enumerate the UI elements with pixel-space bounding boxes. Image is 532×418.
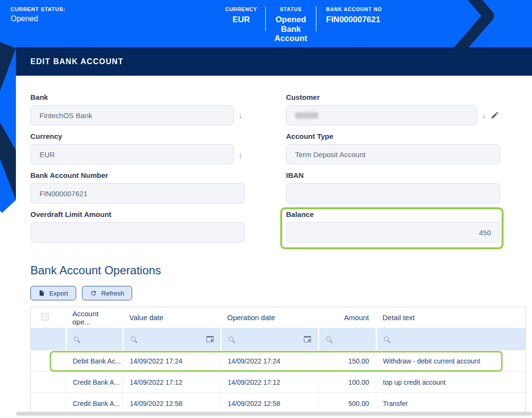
filter-amount[interactable] (318, 328, 376, 350)
refresh-icon (90, 290, 97, 297)
calendar-icon[interactable] (304, 336, 311, 342)
export-button-label: Export (49, 290, 68, 297)
account-type-input[interactable] (286, 144, 500, 164)
table-row[interactable]: Credit Bank A...14/09/2022 17:1214/09/20… (31, 371, 525, 392)
iban-input[interactable] (286, 183, 500, 203)
filter-operation-date[interactable] (220, 328, 318, 350)
pencil-icon[interactable] (491, 111, 499, 120)
top-header: CURRENT STATUS: Opened CURRENCY EUR STAT… (0, 0, 532, 47)
search-icon (326, 337, 331, 341)
horizontal-scrollbar[interactable] (16, 412, 532, 416)
select-all-checkbox[interactable] (41, 313, 49, 321)
main-content: Bank ↓ Customer ↓ (0, 76, 532, 414)
filter-detail-text[interactable] (376, 328, 525, 350)
col-detail-text: Detail text (376, 307, 525, 328)
col-operation-date: Operation date (220, 307, 318, 328)
cell-amount: 500.00 (318, 392, 376, 414)
cell-checkbox (31, 371, 66, 392)
operations-table: Account ope... Value date Operation date… (30, 307, 526, 414)
cell-amount: 150.00 (318, 350, 376, 371)
stat-currency: CURRENCY EUR (218, 6, 264, 25)
account-type-label: Account Type (286, 132, 500, 140)
current-status: CURRENT STATUS: Opened (11, 6, 65, 23)
overdraft-limit-amount-label: Overdraft Limit Amount (30, 210, 245, 218)
operations-toolbar: Export Refresh (30, 286, 532, 300)
filter-cell-checkbox (31, 328, 66, 350)
chevron-down-icon[interactable]: ↓ (482, 111, 486, 120)
iban-label: IBAN (286, 171, 500, 179)
table-row[interactable]: Debit Bank Ac...14/09/2022 17:2414/09/20… (31, 350, 525, 371)
col-value-date: Value date (123, 307, 220, 328)
cell-detail-text: top up credit account (376, 371, 525, 392)
customer-input[interactable] (286, 105, 477, 125)
table-filter-row (31, 328, 525, 350)
bank-account-number-label: Bank Account Number (30, 171, 245, 179)
cell-checkbox (31, 392, 66, 414)
export-button[interactable]: Export (30, 286, 76, 300)
filter-account-operation[interactable] (66, 328, 123, 350)
stat-divider (265, 6, 266, 31)
field-customer: Customer ↓ (286, 93, 500, 125)
balance-input[interactable] (286, 222, 500, 243)
document-icon (39, 290, 45, 297)
field-currency: Currency ↓ (30, 132, 245, 164)
stat-status-value: Opened Bank Account (267, 15, 315, 43)
cell-operation-date: 14/09/2022 17:12 (220, 371, 318, 392)
stat-status: STATUS Opened Bank Account (267, 6, 315, 43)
operations-section-title: Bank Account Operations (30, 264, 532, 277)
chevron-right-icon (434, 0, 532, 47)
search-icon (74, 337, 79, 341)
stat-divider (316, 6, 316, 31)
currency-label: Currency (30, 132, 245, 140)
table-header-row: Account ope... Value date Operation date… (31, 307, 525, 328)
cell-operation-date: 14/09/2022 12:58 (220, 392, 318, 414)
cell-account-operation: Debit Bank Ac... (66, 350, 123, 371)
calendar-icon[interactable] (206, 336, 214, 342)
cell-detail-text: Transfer (376, 392, 525, 414)
section-header-bar: EDIT BANK ACCOUNT (16, 47, 532, 76)
customer-redacted-value (295, 112, 318, 119)
bank-input[interactable] (30, 105, 234, 125)
field-account-type: Account Type (286, 132, 500, 164)
edit-bank-account-form: Bank ↓ Customer ↓ (30, 93, 532, 243)
col-account-operation: Account ope... (66, 307, 123, 328)
cell-value-date: 14/09/2022 17:12 (123, 371, 220, 392)
currency-input[interactable] (30, 144, 234, 164)
col-amount: Amount (318, 307, 376, 328)
refresh-button[interactable]: Refresh (82, 286, 132, 300)
cell-account-operation: Credit Bank A... (66, 392, 123, 414)
balance-label: Balance (286, 210, 500, 218)
cell-value-date: 14/09/2022 12:58 (123, 392, 220, 414)
operations-table-body: Debit Bank Ac...14/09/2022 17:2414/09/20… (31, 350, 525, 414)
cell-value-date: 14/09/2022 17:24 (123, 350, 220, 371)
current-status-label: CURRENT STATUS: (11, 6, 65, 12)
left-decoration (0, 39, 16, 213)
current-status-value: Opened (11, 14, 65, 23)
field-bank-account-number: Bank Account Number (30, 171, 245, 203)
stat-bank-account-no: BANK ACCOUNT NO FIN000007621 (317, 6, 382, 25)
bank-account-number-input[interactable] (30, 183, 245, 203)
overdraft-limit-amount-input[interactable] (30, 222, 245, 243)
table-row[interactable]: Credit Bank A...14/09/2022 12:5814/09/20… (31, 392, 525, 414)
customer-label: Customer (286, 93, 500, 101)
refresh-button-label: Refresh (101, 290, 124, 297)
cell-amount: 100.00 (318, 371, 376, 392)
cell-operation-date: 14/09/2022 17:24 (220, 350, 318, 371)
stat-bank-account-no-value: FIN000007621 (326, 15, 382, 25)
field-balance: Balance (286, 210, 500, 243)
page-title: EDIT BANK ACCOUNT (30, 57, 123, 66)
filter-value-date[interactable] (123, 328, 220, 350)
search-icon (384, 337, 389, 341)
cell-checkbox (31, 350, 66, 371)
search-icon (131, 337, 136, 341)
stat-currency-label: CURRENCY (218, 6, 264, 12)
page: CURRENT STATUS: Opened CURRENCY EUR STAT… (0, 0, 532, 418)
stat-bank-account-no-label: BANK ACCOUNT NO (326, 6, 382, 12)
stat-status-label: STATUS (267, 6, 315, 12)
chevron-down-icon[interactable]: ↓ (238, 111, 243, 120)
chevron-down-icon[interactable]: ↓ (238, 150, 243, 159)
cell-detail-text: Withdraw - debit current account (376, 350, 525, 371)
select-all-header (31, 307, 66, 328)
field-overdraft-limit-amount: Overdraft Limit Amount (30, 210, 245, 243)
field-iban: IBAN (286, 171, 500, 203)
